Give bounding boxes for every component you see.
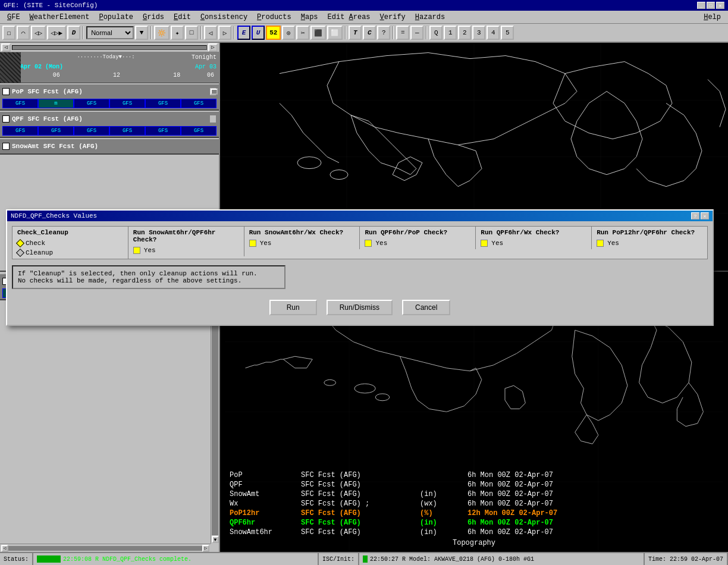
- tool-sun[interactable]: 🔆: [154, 26, 170, 40]
- tool-4[interactable]: 4: [487, 26, 500, 40]
- pop-cell-m[interactable]: m: [38, 99, 74, 108]
- menu-products[interactable]: Products: [252, 12, 296, 23]
- qpf-cell-gfs6[interactable]: GFS: [181, 126, 216, 136]
- snowamt6-info-type: SFC Fcst (AFG): [301, 528, 408, 536]
- date-apr03: Apr 03: [195, 64, 216, 70]
- qpf-cell-gfs3[interactable]: GFS: [74, 126, 109, 136]
- tool-t[interactable]: T: [349, 26, 362, 40]
- radio-cleanup[interactable]: Cleanup: [17, 249, 123, 256]
- tool-select[interactable]: ☐: [2, 26, 15, 40]
- tool-pan-left[interactable]: ◁▷: [31, 26, 46, 40]
- tool-target[interactable]: ⊙: [282, 26, 295, 40]
- qpf-cell-gfs2[interactable]: GFS: [38, 126, 74, 136]
- qpf-cell-gfs4[interactable]: GFS: [109, 126, 145, 136]
- snow-wx-header: Run SnowAmt6hr/Wx Check?: [249, 229, 355, 236]
- snow-wx-yes[interactable]: Yes: [249, 240, 355, 247]
- info-row: If "Cleanup" is selected, then only clea…: [12, 262, 708, 293]
- snowamt-top-checkbox[interactable]: [2, 143, 10, 150]
- pop-qpf-yes[interactable]: Yes: [597, 240, 702, 247]
- tool-u[interactable]: U: [252, 26, 265, 40]
- snow-wx-col: Run SnowAmt6hr/Wx Check? Yes: [244, 227, 360, 249]
- run-dismiss-button[interactable]: Run/Dismiss: [327, 300, 393, 315]
- cancel-button[interactable]: Cancel: [402, 300, 450, 315]
- menu-weatherelement[interactable]: WeatherElement: [25, 12, 95, 23]
- scroll-right-btn[interactable]: ▷: [208, 43, 218, 52]
- qpf-pop-yes[interactable]: Yes: [365, 240, 470, 247]
- pop-cell-gfs3[interactable]: GFS: [109, 99, 145, 108]
- menu-verify[interactable]: Verify: [375, 12, 410, 23]
- map-info-qpf6: QPF6hr SFC Fcst (AFG) (in) 6h Mon 00Z 02…: [230, 519, 718, 527]
- tool-box[interactable]: □: [185, 26, 198, 40]
- sep2: [150, 26, 152, 39]
- menu-edit-areas[interactable]: Edit Areas: [323, 12, 375, 23]
- tool-next[interactable]: ▷: [218, 26, 231, 40]
- qpf-info-unit: [420, 481, 456, 489]
- menu-hazards[interactable]: Hazards: [410, 12, 450, 23]
- tool-eq[interactable]: =: [396, 26, 409, 40]
- tool-black[interactable]: ⬛: [310, 26, 326, 40]
- tool-52[interactable]: 52: [266, 26, 281, 40]
- tool-1[interactable]: 1: [444, 26, 457, 40]
- menu-edit[interactable]: Edit: [169, 12, 196, 23]
- minimize-btn[interactable]: _: [697, 2, 705, 9]
- snowamt-info-time: 6h Mon 00Z 02-Apr-07: [467, 490, 553, 498]
- tool-2[interactable]: 2: [458, 26, 471, 40]
- tool-star[interactable]: ✦: [171, 26, 184, 40]
- tool-d[interactable]: D: [67, 26, 80, 40]
- sep5: [345, 26, 346, 39]
- scroll-bottom-left[interactable]: ◁: [1, 545, 8, 552]
- close-btn[interactable]: ✕: [716, 2, 724, 9]
- check-cleanup-header: Check_Cleanup: [17, 229, 123, 236]
- tool-white[interactable]: ⬜: [327, 26, 343, 40]
- run-button[interactable]: Run: [269, 300, 317, 315]
- tool-arc[interactable]: ⌒: [17, 26, 30, 40]
- menu-consistency[interactable]: Consistency: [196, 12, 252, 23]
- map-info-wx: Wx SFC Fcst (AFG) ; (wx) 6h Mon 00Z 02-A…: [230, 500, 718, 508]
- info-line1: If "Cleanup" is selected, then only clea…: [18, 270, 280, 277]
- snow-qpf-yes[interactable]: Yes: [133, 247, 239, 254]
- we-row-snowamt-top: SnowAmt SFC Fcst (AFG): [0, 139, 219, 155]
- qpf-checkbox[interactable]: [2, 115, 10, 123]
- qpf6-info-time: 6h Mon 00Z 02-Apr-07: [467, 519, 553, 527]
- tool-c[interactable]: C: [363, 26, 376, 40]
- tool-scissors[interactable]: ✂: [296, 26, 309, 40]
- menu-help[interactable]: Help: [699, 12, 726, 23]
- radio-check[interactable]: Check: [17, 240, 123, 247]
- dialog-close-btn[interactable]: ✕: [701, 212, 709, 219]
- svg-point-8: [354, 384, 375, 394]
- qpf-cell-gfs5[interactable]: GFS: [145, 126, 181, 136]
- tool-pan-right[interactable]: ◁▷▶: [47, 26, 66, 40]
- pop-cell-gfs4[interactable]: GFS: [145, 99, 181, 108]
- tool-q[interactable]: Q: [429, 26, 443, 40]
- qpf-cell-gfs1[interactable]: GFS: [2, 126, 38, 136]
- tool-help[interactable]: ?: [377, 26, 390, 40]
- info-line2: No checks will be made, regardless of th…: [18, 277, 280, 284]
- menu-populate[interactable]: Populate: [94, 12, 138, 23]
- pop-cell-gfs5[interactable]: GFS: [181, 99, 216, 108]
- scroll-left-btn[interactable]: ◁: [1, 43, 11, 52]
- tool-5[interactable]: 5: [501, 26, 514, 40]
- sep1: [83, 26, 84, 39]
- pop-cell-gfs1[interactable]: GFS: [2, 99, 38, 108]
- qpf-wx-checkbox-icon: [481, 240, 488, 247]
- menu-maps[interactable]: Maps: [296, 12, 323, 23]
- scroll-down-btn[interactable]: ▼: [212, 536, 219, 543]
- tool-dropdown[interactable]: ▼: [135, 26, 148, 40]
- mode-select[interactable]: Normal: [86, 26, 134, 39]
- tool-e[interactable]: E: [237, 26, 250, 40]
- menu-bar: GFE WeatherElement Populate Grids Edit C…: [0, 11, 728, 24]
- dialog-buttons-row: Run Run/Dismiss Cancel: [12, 295, 708, 320]
- tool-prev[interactable]: ◁: [204, 26, 217, 40]
- map-info-snowamt6: SnowAmt6hr SFC Fcst (AFG) (in) 6h Mon 00…: [230, 528, 718, 536]
- tool-minus[interactable]: —: [410, 26, 423, 40]
- pop-checkbox[interactable]: [2, 88, 10, 95]
- pop-cell-gfs2[interactable]: GFS: [74, 99, 109, 108]
- menu-gfe[interactable]: GFE: [2, 12, 25, 23]
- scroll-bottom-right[interactable]: ▷: [202, 545, 209, 552]
- menu-grids[interactable]: Grids: [138, 12, 169, 23]
- tool-3[interactable]: 3: [472, 26, 485, 40]
- qpf-wx-yes[interactable]: Yes: [481, 240, 586, 247]
- dialog-help-btn[interactable]: ?: [691, 212, 699, 219]
- snowamt6-info-label: SnowAmt6hr: [230, 528, 289, 536]
- maximize-btn[interactable]: □: [707, 2, 715, 9]
